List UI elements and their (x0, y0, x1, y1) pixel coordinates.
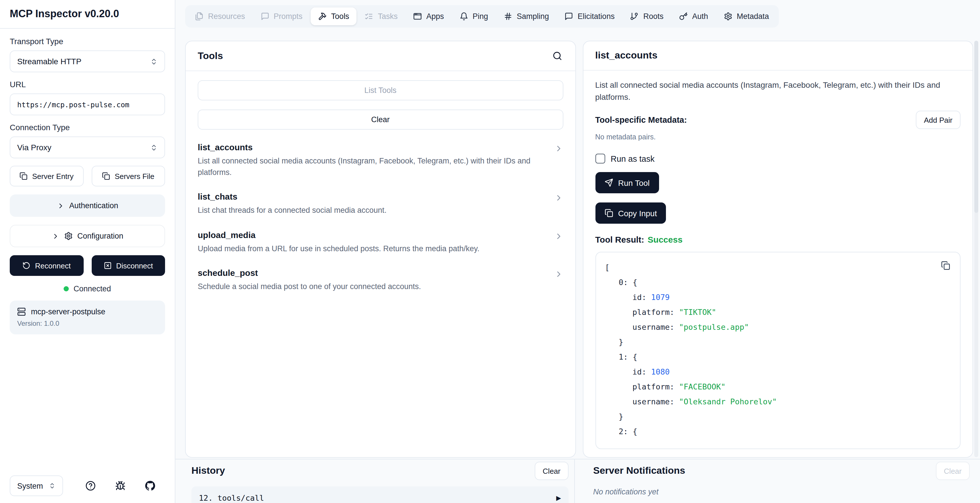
tool-item-list_chats[interactable]: list_chatsList chat threads for a connec… (198, 188, 563, 221)
theme-value: System (17, 482, 43, 490)
servers-file-button[interactable]: Servers File (91, 166, 165, 187)
tab-sampling[interactable]: Sampling (496, 8, 557, 25)
tool-item-list_accounts[interactable]: list_accountsList all connected social m… (198, 139, 563, 183)
tabbar: ResourcesPromptsToolsTasksAppsPingSampli… (185, 5, 779, 27)
add-pair-button[interactable]: Add Pair (916, 111, 961, 129)
expand-arrow-icon[interactable]: ▶ (556, 494, 561, 501)
status-label: Connected (74, 284, 111, 293)
settings-icon (724, 12, 732, 21)
help-button[interactable] (76, 478, 106, 493)
connection-type-label: Connection Type (10, 123, 165, 132)
copy-icon (605, 209, 613, 217)
configuration-label: Configuration (77, 232, 124, 240)
url-input[interactable] (17, 100, 158, 109)
run-as-task-checkbox[interactable] (595, 154, 605, 163)
metadata-row: Tool-specific Metadata: Add Pair (595, 111, 961, 129)
result-json-viewer: [0: {id: 1079platform: "TIKTOK"username:… (595, 252, 961, 449)
tools-panel-header: Tools (186, 41, 575, 71)
main-area: ResourcesPromptsToolsTasksAppsPingSampli… (175, 0, 980, 503)
gear-icon (64, 232, 73, 240)
tab-label: Elicitations (578, 12, 615, 21)
key-icon (679, 12, 687, 21)
transport-type-field: Transport Type Streamable HTTP (10, 37, 165, 72)
tab-elicitations[interactable]: Elicitations (557, 8, 622, 25)
json-line: } (605, 334, 951, 349)
list-tools-button[interactable]: List Tools (198, 80, 563, 101)
history-header: History Clear (191, 462, 568, 480)
history-item[interactable]: 12. tools/call▶ (191, 486, 568, 503)
scrollbar-thumb[interactable] (974, 41, 978, 213)
clear-tools-button[interactable]: Clear (198, 110, 563, 129)
tab-label: Resources (208, 12, 245, 21)
tool-detail-panel: list_accounts List all connected social … (582, 41, 973, 458)
copy-result-button[interactable] (939, 259, 953, 272)
tab-roots[interactable]: Roots (623, 8, 671, 25)
reconnect-button[interactable]: Reconnect (10, 255, 83, 276)
copy-input-button[interactable]: Copy Input (595, 203, 666, 224)
bug-icon (115, 481, 126, 491)
json-line: platform: "TIKTOK" (605, 305, 951, 319)
history-title: History (191, 465, 225, 477)
tool-description: List all connected social media accounts… (198, 155, 546, 178)
server-entry-label: Server Entry (32, 172, 74, 180)
sidebar: MCP Inspector v0.20.0 Transport Type Str… (0, 0, 175, 503)
tool-detail-title: list_accounts (595, 50, 657, 61)
tab-prompts: Prompts (253, 8, 310, 25)
tab-apps[interactable]: Apps (406, 8, 452, 25)
tool-item-upload_media[interactable]: upload_mediaUpload media from a URL for … (198, 226, 563, 259)
tool-detail-header: list_accounts (583, 41, 972, 70)
scrollbar[interactable] (974, 41, 978, 457)
tab-tools[interactable]: Tools (310, 8, 357, 25)
tab-label: Apps (426, 12, 444, 21)
tab-label: Prompts (274, 12, 302, 21)
run-tool-button[interactable]: Run Tool (595, 172, 659, 193)
theme-select[interactable]: System (10, 476, 63, 496)
search-button[interactable] (551, 50, 563, 62)
tab-label: Ping (473, 12, 488, 21)
chevron-right-icon (554, 232, 563, 241)
github-button[interactable] (135, 478, 165, 493)
notifications-panel: Server Notifications Clear No notificati… (575, 460, 980, 503)
configuration-section[interactable]: Configuration (10, 225, 165, 247)
connection-type-select[interactable]: Via Proxy (10, 136, 165, 158)
tab-label: Auth (692, 12, 708, 21)
tab-metadata[interactable]: Metadata (716, 8, 776, 25)
tool-description: Upload media from a URL for use in sched… (198, 243, 546, 254)
tool-info: upload_mediaUpload media from a URL for … (198, 230, 554, 254)
chevrons-up-down-icon (150, 144, 158, 151)
json-line: id: 1080 (605, 364, 951, 379)
tab-auth[interactable]: Auth (671, 8, 716, 25)
url-field-group: URL (10, 80, 165, 115)
hammer-icon (318, 12, 327, 21)
json-line: id: 1079 (605, 290, 951, 305)
authentication-section[interactable]: Authentication (10, 195, 165, 217)
tool-name: upload_media (198, 230, 546, 240)
tools-panel: Tools List Tools Clear list_accountsList… (185, 41, 576, 458)
git-branch-icon (630, 12, 639, 21)
metadata-label: Tool-specific Metadata: (595, 115, 687, 125)
tool-result-label: Tool Result: (595, 235, 644, 244)
debug-button[interactable] (105, 478, 135, 493)
tool-info: list_accountsList all connected social m… (198, 142, 554, 178)
list-checks-icon (365, 12, 373, 21)
json-line: 2: { (605, 424, 951, 439)
notifications-empty-text: No notifications yet (593, 487, 970, 496)
search-icon (552, 51, 562, 61)
transport-type-select[interactable]: Streamable HTTP (10, 51, 165, 72)
tab-ping[interactable]: Ping (452, 8, 495, 25)
tool-name: list_chats (198, 192, 546, 201)
json-content: [0: {id: 1079platform: "TIKTOK"username:… (605, 260, 951, 439)
url-label: URL (10, 80, 165, 89)
notifications-title: Server Notifications (593, 465, 685, 477)
server-entry-button[interactable]: Server Entry (10, 166, 83, 187)
history-clear-button[interactable]: Clear (535, 462, 568, 480)
tool-item-schedule_post[interactable]: schedule_postSchedule a social media pos… (198, 265, 563, 298)
tools-panel-title: Tools (198, 50, 223, 62)
metadata-empty-text: No metadata pairs. (595, 133, 961, 141)
notifications-clear-button: Clear (936, 462, 970, 480)
tool-info: list_chatsList chat threads for a connec… (198, 192, 554, 216)
disconnect-button[interactable]: Disconnect (91, 255, 165, 276)
files-icon (195, 12, 204, 21)
copy-icon (102, 172, 110, 180)
chevron-right-icon (52, 232, 60, 240)
